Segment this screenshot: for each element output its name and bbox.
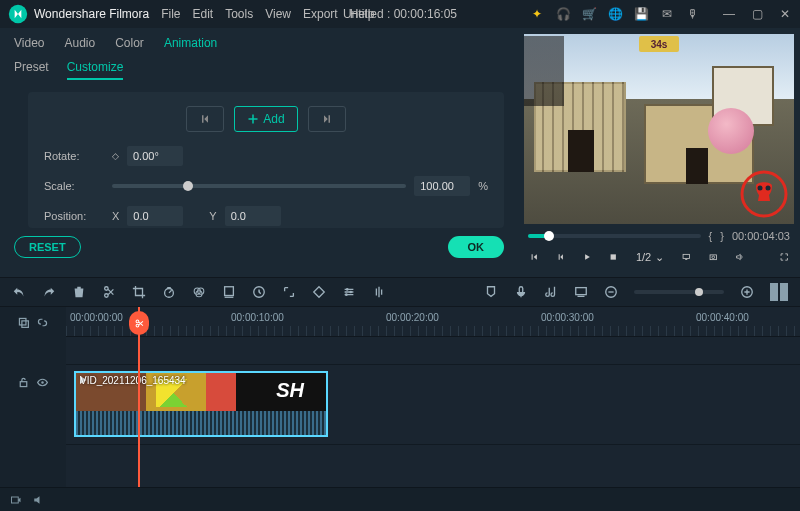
video-track-toggle-icon[interactable] [10, 494, 22, 506]
render-icon[interactable] [574, 285, 588, 299]
svg-rect-15 [225, 287, 234, 296]
mic-icon[interactable]: 🎙 [686, 7, 700, 21]
cart-icon[interactable]: 🛒 [582, 7, 596, 21]
timeline-body[interactable]: 00:00:00:00 00:00:10:00 00:00:20:00 00:0… [66, 307, 800, 487]
split-icon[interactable] [102, 285, 116, 299]
fullscreen-icon[interactable] [780, 250, 788, 264]
idea-icon[interactable]: ✦ [530, 7, 544, 21]
globe-icon[interactable]: 🌐 [608, 7, 622, 21]
svg-point-29 [136, 324, 139, 327]
preview-timecode: 00:00:04:03 [732, 230, 790, 242]
snapshot-icon[interactable] [709, 250, 717, 264]
reset-button[interactable]: RESET [14, 236, 81, 258]
tab-video[interactable]: Video [14, 36, 44, 50]
timeline-ruler[interactable]: 00:00:00:00 00:00:10:00 00:00:20:00 00:0… [66, 307, 800, 337]
menu-tools[interactable]: Tools [225, 7, 253, 21]
close-icon[interactable]: ✕ [778, 7, 792, 21]
position-y-input[interactable] [225, 206, 281, 226]
svg-rect-30 [12, 497, 19, 503]
speed-icon[interactable] [162, 285, 176, 299]
menu-export[interactable]: Export [303, 7, 338, 21]
duration-icon[interactable] [252, 285, 266, 299]
marker-shield-icon[interactable] [484, 285, 498, 299]
clip-label: VID_20211206_165434 [80, 375, 186, 386]
menu-file[interactable]: File [161, 7, 180, 21]
svg-rect-20 [519, 287, 523, 293]
playhead[interactable] [138, 307, 140, 487]
menu-view[interactable]: View [265, 7, 291, 21]
stop-icon[interactable] [609, 250, 617, 264]
delete-icon[interactable] [72, 285, 86, 299]
rotate-label: Rotate: [44, 150, 104, 162]
frame-back-icon[interactable] [556, 250, 564, 264]
display-settings-icon[interactable] [682, 250, 690, 264]
rotate-value-input[interactable] [127, 146, 183, 166]
marker-track[interactable] [66, 337, 800, 365]
expand-icon[interactable] [282, 285, 296, 299]
scale-control: Scale: % [44, 176, 488, 196]
skull-overlay-icon [740, 170, 788, 218]
audio-track-toggle-icon[interactable] [32, 494, 44, 506]
tab-animation[interactable]: Animation [164, 36, 217, 50]
video-track-1[interactable]: VID_20211206_165434 SH [66, 365, 800, 445]
preview-viewport[interactable]: 34s [524, 34, 794, 224]
copy-icon[interactable] [17, 316, 30, 329]
timeline-toolbar [0, 277, 800, 307]
loop-start-bracket[interactable]: { [709, 230, 713, 242]
next-keyframe-button[interactable] [308, 106, 346, 132]
document-title: Untitled : 00:00:16:05 [343, 7, 457, 21]
svg-rect-21 [576, 288, 587, 295]
color-balance-icon[interactable] [192, 285, 206, 299]
green-screen-icon[interactable] [222, 285, 236, 299]
playback-rate[interactable]: 1/2 ⌄ [636, 251, 664, 264]
eye-icon[interactable] [36, 376, 49, 389]
minimize-icon[interactable]: — [722, 7, 736, 21]
menu-edit[interactable]: Edit [193, 7, 214, 21]
tab-color[interactable]: Color [115, 36, 144, 50]
lock-open-icon[interactable] [17, 376, 30, 389]
scale-value-input[interactable] [414, 176, 470, 196]
keyframe-diamond-icon[interactable] [312, 285, 326, 299]
link-icon[interactable] [36, 316, 49, 329]
preview-scrubber[interactable] [528, 234, 701, 238]
ruler-tick-3: 00:00:30:00 [541, 312, 594, 323]
redo-icon[interactable] [42, 285, 56, 299]
step-back-icon[interactable] [530, 250, 538, 264]
voiceover-icon[interactable] [514, 285, 528, 299]
svg-rect-6 [685, 259, 687, 260]
rotate-diamond-icon[interactable]: ◇ [112, 151, 119, 161]
undo-icon[interactable] [12, 285, 26, 299]
rotate-control: Rotate: ◇ [44, 146, 488, 166]
loop-end-bracket[interactable]: } [720, 230, 724, 242]
video-clip[interactable]: VID_20211206_165434 SH [74, 371, 328, 437]
preview-scrubber-row: { } 00:00:04:03 [518, 224, 800, 242]
ok-button[interactable]: OK [448, 236, 505, 258]
crop-icon[interactable] [132, 285, 146, 299]
maximize-icon[interactable]: ▢ [750, 7, 764, 21]
prev-keyframe-button[interactable] [186, 106, 224, 132]
message-dot-icon[interactable]: ✉ [660, 7, 674, 21]
tab-preset[interactable]: Preset [14, 60, 49, 80]
audio-icon[interactable] [372, 285, 386, 299]
ruler-tick-1: 00:00:10:00 [231, 312, 284, 323]
zoom-in-icon[interactable] [740, 285, 754, 299]
scale-slider[interactable] [112, 184, 406, 188]
property-tabs: Video Audio Color Animation [0, 28, 518, 56]
headphones-icon[interactable]: 🎧 [556, 7, 570, 21]
add-keyframe-button[interactable]: Add [234, 106, 297, 132]
tab-audio[interactable]: Audio [64, 36, 95, 50]
zoom-slider[interactable] [634, 290, 724, 294]
volume-icon[interactable] [735, 250, 743, 264]
adjust-icon[interactable] [342, 285, 356, 299]
scale-unit: % [478, 180, 488, 192]
position-x-label: X [112, 210, 119, 222]
preview-panel: 34s { } 00:00:04:03 1/2 ⌄ [518, 28, 800, 277]
tab-customize[interactable]: Customize [67, 60, 124, 80]
audio-mixer-icon[interactable] [544, 285, 558, 299]
dual-view-icon[interactable] [770, 283, 788, 301]
save-icon[interactable]: 💾 [634, 7, 648, 21]
play-icon[interactable] [583, 250, 591, 264]
svg-rect-26 [20, 381, 27, 386]
zoom-out-icon[interactable] [604, 285, 618, 299]
position-x-input[interactable] [127, 206, 183, 226]
